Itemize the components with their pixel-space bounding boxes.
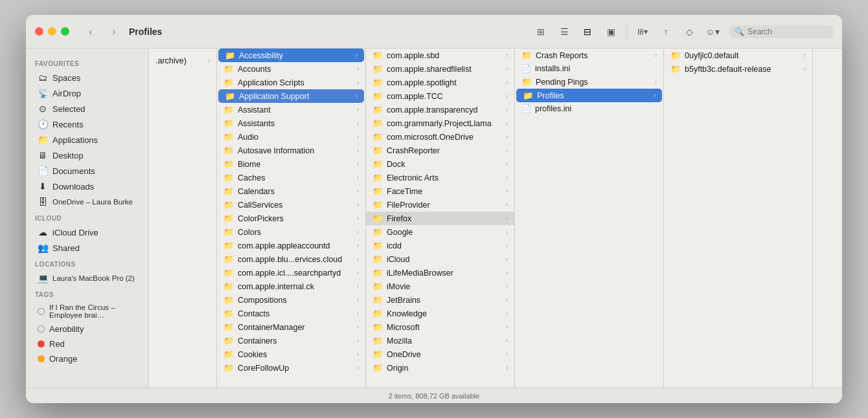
share-button[interactable]: ↑ — [656, 23, 676, 41]
search-input[interactable] — [748, 27, 828, 36]
list-item[interactable]: 📁 Origin › — [366, 361, 514, 375]
sidebar-item-spaces[interactable]: 🗂 Spaces — [29, 70, 146, 85]
file-name: Calendars — [238, 187, 353, 196]
list-item[interactable]: 📁 Contacts › — [217, 307, 365, 320]
list-item[interactable]: 📁 FaceTime › — [366, 184, 514, 198]
close-button[interactable] — [35, 27, 43, 36]
action-button[interactable]: ☺▾ — [702, 23, 723, 41]
list-item[interactable]: 📁 com.apple.sharedfilelist › — [366, 62, 514, 76]
list-item[interactable]: 📁 b5yftb3c.default-release › — [664, 62, 812, 76]
sidebar-item-onedrive[interactable]: 🗄 OneDrive – Laura Burke — [29, 194, 146, 210]
list-item[interactable]: 📄 profiles.ini — [515, 102, 663, 115]
minimize-button[interactable] — [48, 27, 56, 36]
sidebar-item-recents[interactable]: 🕐 Recents — [29, 116, 146, 132]
list-item[interactable]: 📁 Application Support › — [218, 89, 364, 103]
list-item[interactable]: 📁 OneDrive › — [366, 347, 514, 361]
list-item[interactable]: 📁 Accounts › — [217, 62, 365, 76]
list-item[interactable]: 📁 com.apple.transparencyd › — [366, 103, 514, 116]
list-item[interactable]: 📁 Assistants › — [217, 116, 365, 130]
list-item[interactable]: 📁 CoreFollowUp › — [217, 361, 365, 375]
file-name: com.apple.internal.ck — [238, 282, 353, 291]
list-item[interactable]: 📁 Cookies › — [217, 347, 365, 361]
file-name: Assistant — [238, 105, 353, 115]
view-list-button[interactable]: ☰ — [554, 23, 575, 41]
list-item[interactable]: 📁 Biome › — [217, 157, 365, 171]
list-item[interactable]: 📁 com.apple.icl....searchpartyd › — [217, 266, 365, 280]
sidebar-item-desktop[interactable]: 🖥 Desktop — [29, 148, 146, 163]
list-item[interactable]: 📁 Calendars › — [217, 184, 365, 198]
search-box[interactable]: 🔍 — [729, 25, 833, 38]
list-item[interactable]: 📁 icdd › — [366, 239, 514, 252]
list-item[interactable]: 📁 Accessibility › — [218, 49, 364, 62]
list-item[interactable]: 📁 com.apple.sbd › — [366, 49, 514, 62]
sidebar-item-shared[interactable]: 👥 Shared — [29, 240, 146, 256]
list-item[interactable]: 📁 ContainerManager › — [217, 320, 365, 334]
list-item[interactable]: 📁 Firefox › — [366, 212, 514, 225]
sidebar-item-downloads[interactable]: ⬇ Downloads — [29, 179, 146, 194]
list-item[interactable]: 📁 Containers › — [217, 334, 365, 347]
list-item[interactable]: 📁 Crash Reports › — [515, 49, 663, 62]
list-item[interactable]: 📁 com.apple.internal.ck › — [217, 280, 365, 293]
list-item[interactable]: 📁 iCloud › — [366, 252, 514, 266]
list-item[interactable]: 📁 JetBrains › — [366, 293, 514, 307]
list-item[interactable]: 📄 installs.ini — [515, 62, 663, 75]
sidebar-item-tag2[interactable]: Aerobility — [29, 322, 146, 336]
folder-icon: 📁 — [223, 200, 234, 210]
forward-button[interactable]: › — [106, 23, 122, 40]
file-name: Pending Pings — [536, 78, 651, 87]
list-item[interactable]: 📁 ColorPickers › — [217, 212, 365, 225]
list-item[interactable]: 📁 Electronic Arts › — [366, 171, 514, 184]
list-item[interactable]: 📁 Audio › — [217, 130, 365, 144]
back-button[interactable]: ‹ — [82, 23, 99, 40]
list-item[interactable]: 📁 iLifeMediaBrowser › — [366, 266, 514, 280]
list-item[interactable]: 📁 Assistant › — [217, 103, 365, 116]
chevron-icon: › — [506, 296, 508, 303]
list-item[interactable]: 📁 Knowledge › — [366, 307, 514, 320]
sidebar-item-applications[interactable]: 📁 Applications — [29, 132, 146, 148]
list-item[interactable]: 📁 iMovie › — [366, 280, 514, 293]
list-item[interactable]: 📁 Microsoft › — [366, 320, 514, 334]
archive-item[interactable]: .archive) › — [149, 49, 216, 67]
sidebar-item-airdrop[interactable]: 📡 AirDrop — [29, 85, 146, 101]
column-2: 📁 com.apple.sbd › 📁 com.apple.sharedfile… — [366, 49, 515, 388]
list-item[interactable]: 📁 com.apple.blu...ervices.cloud › — [217, 252, 365, 266]
view-columns-button[interactable]: ⊟ — [577, 23, 598, 41]
list-item[interactable]: 📁 com.grammarly.ProjectLlama › — [366, 116, 514, 130]
list-item[interactable]: 📁 Autosave Information › — [217, 144, 365, 157]
folder-icon: 📁 — [223, 336, 234, 346]
sidebar-item-macbook[interactable]: 💻 Laura's MacBook Pro (2) — [29, 270, 146, 286]
list-item[interactable]: 📁 Profiles › — [516, 89, 662, 102]
list-item[interactable]: 📁 Pending Pings › — [515, 75, 663, 89]
folder-icon: 📁 — [372, 268, 383, 278]
list-item[interactable]: 📁 Mozilla › — [366, 334, 514, 347]
list-item[interactable]: 📁 com.apple.appleaccountd › — [217, 239, 365, 252]
sidebar-item-tag-orange[interactable]: Orange — [29, 351, 146, 366]
list-item[interactable]: 📁 CallServices › — [217, 198, 365, 212]
sidebar-item-selected[interactable]: ⊙ Selected — [29, 101, 146, 116]
list-item[interactable]: 📁 Colors › — [217, 225, 365, 239]
chevron-icon: › — [506, 269, 508, 276]
list-item[interactable]: 📁 Application Scripts › — [217, 76, 365, 89]
list-item[interactable]: 📁 com.microsoft.OneDrive › — [366, 130, 514, 144]
view-gallery-button[interactable]: ▣ — [600, 23, 621, 41]
sidebar-item-tag1[interactable]: If I Ran the Circus – Employee brai… — [29, 301, 146, 322]
list-item[interactable]: 📁 Dock › — [366, 157, 514, 171]
sidebar-item-documents[interactable]: 📄 Documents — [29, 163, 146, 179]
list-item[interactable]: 📁 com.apple.TCC › — [366, 89, 514, 103]
list-item[interactable]: 📁 Caches › — [217, 171, 365, 184]
tag-button[interactable]: ◇ — [679, 23, 700, 41]
group-button[interactable]: ⊞▾ — [632, 23, 653, 41]
sidebar-item-icloud-drive[interactable]: ☁ iCloud Drive — [29, 225, 146, 240]
list-item[interactable]: 📁 com.apple.spotlight › — [366, 76, 514, 89]
traffic-lights — [35, 27, 69, 36]
sidebar-item-tag-red[interactable]: Red — [29, 336, 146, 351]
view-grid-button[interactable]: ⊞ — [531, 23, 551, 41]
archive-column: .archive) › — [149, 49, 217, 388]
maximize-button[interactable] — [61, 27, 69, 36]
list-item[interactable]: 📁 Google › — [366, 225, 514, 239]
chevron-icon: › — [357, 120, 359, 127]
list-item[interactable]: 📁 CrashReporter › — [366, 144, 514, 157]
list-item[interactable]: 📁 0uyfjlc0.default › — [664, 49, 812, 62]
list-item[interactable]: 📁 Compositions › — [217, 293, 365, 307]
list-item[interactable]: 📁 FileProvider › — [366, 198, 514, 212]
